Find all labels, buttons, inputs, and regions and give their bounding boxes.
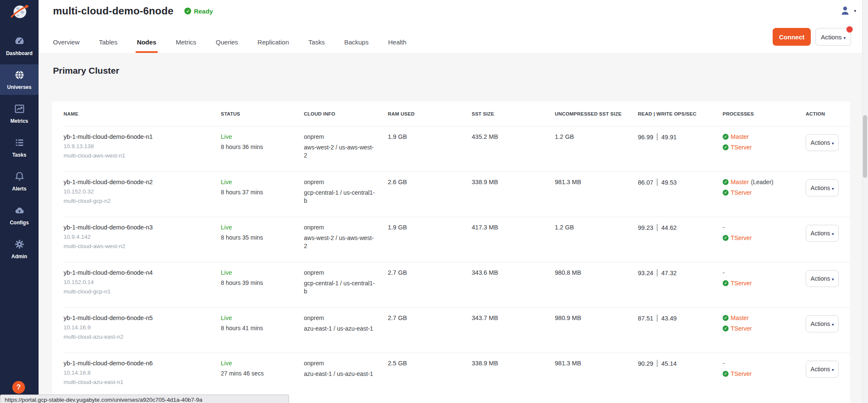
- read-ops: 96.99: [638, 134, 653, 141]
- help-button[interactable]: ?: [12, 381, 25, 394]
- node-ip: 10.9.4.142: [64, 234, 221, 240]
- tab-metrics[interactable]: Metrics: [176, 31, 196, 53]
- sidebar-item-universes[interactable]: Universes: [0, 64, 39, 95]
- write-ops: 44.62: [661, 224, 676, 231]
- yugabyte-logo-icon[interactable]: [8, 3, 31, 23]
- node-name-link[interactable]: yb-1-multi-cloud-demo-6node-n2: [64, 179, 221, 185]
- status-cell: Live 8 hours 37 mins: [221, 179, 304, 196]
- table-body: yb-1-multi-cloud-demo-6node-n1 10.9.13.1…: [64, 126, 850, 398]
- node-status: Live: [221, 269, 304, 276]
- read-write-ops-cell: 93.24 47.32: [638, 269, 723, 276]
- status-badge-label: Ready: [194, 8, 213, 15]
- node-instance: multi-cloud-aws-west-n2: [64, 243, 221, 249]
- check-circle-icon: ✓: [723, 134, 729, 140]
- process-label[interactable]: Master: [731, 315, 749, 321]
- node-instance: multi-cloud-gcp-n2: [64, 198, 221, 204]
- table-row: yb-1-multi-cloud-demo-6node-n3 10.9.4.14…: [64, 217, 850, 262]
- row-actions-button[interactable]: Actions ▾: [806, 270, 839, 287]
- column-header: RAM USED: [388, 111, 472, 116]
- sidebar-item-alerts[interactable]: Alerts: [0, 166, 39, 196]
- name-cell: yb-1-multi-cloud-demo-6node-n1 10.9.13.1…: [64, 133, 221, 159]
- sidebar-item-admin[interactable]: Admin: [0, 234, 39, 264]
- process-line: ✓TServer: [723, 325, 806, 332]
- process-line: -: [723, 360, 806, 367]
- actions-dropdown-button[interactable]: Actions ▾: [815, 28, 851, 46]
- table-header-row: NAMESTATUSCLOUD INFORAM USEDSST SIZEUNCO…: [64, 102, 850, 126]
- process-label[interactable]: TServer: [731, 280, 752, 287]
- row-actions-label: Actions: [811, 139, 830, 146]
- sidebar-item-configs[interactable]: Configs: [0, 200, 39, 230]
- sidebar-item-tasks[interactable]: Tasks: [0, 132, 39, 163]
- read-ops: 86.07: [638, 179, 653, 186]
- read-write-ops-cell: 90.29 45.14: [638, 360, 723, 367]
- sidebar-item-label: Configs: [10, 220, 29, 226]
- table-row: yb-1-multi-cloud-demo-6node-n5 10.14.16.…: [64, 307, 850, 353]
- connect-button[interactable]: Connect: [773, 28, 811, 46]
- tab-queries[interactable]: Queries: [216, 31, 238, 53]
- node-name-link[interactable]: yb-1-multi-cloud-demo-6node-n3: [64, 224, 221, 231]
- row-actions-button[interactable]: Actions ▾: [806, 134, 839, 151]
- process-label[interactable]: TServer: [731, 235, 752, 241]
- scrollbar-thumb[interactable]: [863, 115, 867, 178]
- tab-replication[interactable]: Replication: [258, 31, 289, 53]
- read-write-ops-cell: 99.23 44.62: [638, 224, 723, 231]
- node-instance: multi-cloud-azu-east-n1: [64, 379, 221, 385]
- sst-size-cell: 343.7 MB: [472, 315, 555, 321]
- process-label[interactable]: Master: [731, 179, 749, 185]
- node-ip: 10.152.0.32: [64, 188, 221, 195]
- process-label: -: [723, 269, 725, 276]
- sidebar-item-label: Admin: [11, 254, 27, 259]
- column-header: SST SIZE: [472, 111, 555, 116]
- column-header: NAME: [64, 111, 221, 116]
- processes-cell: ✓Master✓TServer: [723, 133, 806, 155]
- processes-cell: -✓TServer: [723, 224, 806, 245]
- notification-dot: [846, 26, 853, 33]
- action-cell: Actions ▾: [806, 133, 850, 151]
- process-line: -: [723, 269, 806, 276]
- universes-icon: [14, 69, 25, 82]
- column-header: PROCESSES: [723, 111, 806, 116]
- check-circle-icon: ✓: [723, 190, 729, 196]
- cloud-info-cell: onprem azu-east-1 / us-azu-east-1: [304, 360, 388, 378]
- node-uptime: 8 hours 35 mins: [221, 234, 304, 241]
- tab-health[interactable]: Health: [388, 31, 406, 53]
- table-row: yb-1-multi-cloud-demo-6node-n6 10.14.16.…: [64, 353, 850, 398]
- process-label[interactable]: TServer: [731, 325, 752, 332]
- process-line: ✓TServer: [723, 235, 806, 241]
- node-zone: azu-east-1 / us-azu-east-1: [304, 325, 377, 333]
- process-label[interactable]: TServer: [731, 144, 752, 151]
- row-actions-button[interactable]: Actions ▾: [806, 225, 839, 242]
- process-label[interactable]: TServer: [731, 189, 752, 196]
- node-name-link[interactable]: yb-1-multi-cloud-demo-6node-n4: [64, 269, 221, 276]
- node-name-link[interactable]: yb-1-multi-cloud-demo-6node-n5: [64, 315, 221, 321]
- process-label[interactable]: Master: [731, 133, 749, 140]
- scrollbar-track[interactable]: [862, 0, 868, 403]
- node-name-link[interactable]: yb-1-multi-cloud-demo-6node-n1: [64, 133, 221, 140]
- action-cell: Actions ▾: [806, 360, 850, 378]
- check-circle-icon: ✓: [723, 235, 729, 241]
- row-actions-button[interactable]: Actions ▾: [806, 361, 839, 378]
- tab-backups[interactable]: Backups: [344, 31, 369, 53]
- tab-nodes[interactable]: Nodes: [137, 31, 156, 53]
- uncompressed-sst-cell: 1.2 GB: [555, 133, 638, 140]
- status-cell: Live 8 hours 36 mins: [221, 133, 304, 150]
- tab-overview[interactable]: Overview: [53, 31, 80, 53]
- node-ip: 10.9.13.138: [64, 143, 221, 149]
- node-name-link[interactable]: yb-1-multi-cloud-demo-6node-n6: [64, 360, 221, 367]
- sidebar-item-label: Tasks: [12, 152, 26, 158]
- uncompressed-sst-cell: 980.8 MB: [555, 269, 638, 276]
- check-circle-icon: ✓: [184, 8, 191, 14]
- sidebar-item-dashboard[interactable]: Dashboard: [0, 30, 39, 61]
- table-row: yb-1-multi-cloud-demo-6node-n4 10.152.0.…: [64, 262, 850, 307]
- ram-used-cell: 2.7 GB: [388, 315, 472, 321]
- sidebar-item-metrics[interactable]: Metrics: [0, 98, 39, 129]
- node-status: Live: [221, 224, 304, 231]
- row-actions-button[interactable]: Actions ▾: [806, 179, 839, 196]
- tab-tasks[interactable]: Tasks: [309, 31, 325, 53]
- row-actions-button[interactable]: Actions ▾: [806, 315, 839, 332]
- process-label[interactable]: TServer: [731, 370, 752, 377]
- user-menu[interactable]: ▾: [840, 5, 856, 16]
- check-circle-icon: ✓: [723, 280, 729, 286]
- read-write-ops-cell: 86.07 49.53: [638, 179, 723, 186]
- tab-tables[interactable]: Tables: [99, 31, 117, 53]
